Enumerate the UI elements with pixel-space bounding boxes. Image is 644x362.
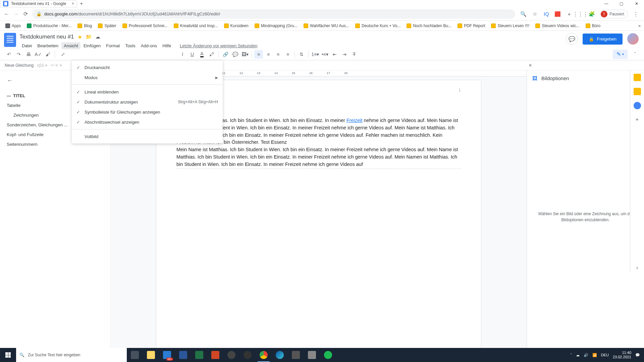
paragraph-2[interactable]: Mein Name ist Matthias. Ich bin Student … (176, 146, 461, 169)
align-center-button[interactable]: ≡ (264, 50, 273, 59)
outline-back-icon[interactable]: ← (7, 77, 13, 84)
tray-chevron-icon[interactable]: ˆ (571, 353, 572, 357)
minimize-button[interactable]: — (599, 0, 614, 7)
eq-symbols-1[interactable]: αβΔ ▾ (37, 63, 47, 68)
reload-button[interactable]: ⟳ (21, 9, 30, 19)
bookmark-star-icon[interactable]: ☆ (531, 10, 539, 18)
spellcheck-button[interactable]: A✓ (34, 50, 43, 59)
align-right-button[interactable]: ≡ (274, 50, 282, 59)
bookmark-item[interactable]: Wahlfächer WU Aus... (302, 22, 351, 29)
bookmark-item[interactable]: Kursideen (222, 22, 251, 29)
profile-button[interactable]: T Pausiert (600, 10, 628, 18)
bookmark-item[interactable]: Professionell Schrei... (120, 22, 170, 29)
insert-link-button[interactable]: 🔗 (221, 50, 230, 59)
menu-add-ons[interactable]: Add-ons (139, 42, 159, 49)
menu-einfügen[interactable]: Einfügen (81, 42, 103, 49)
extension-icon-1[interactable]: IQ (543, 10, 550, 18)
bookmark-item[interactable]: PDF Report (455, 22, 487, 29)
extension-icon-2[interactable]: 🟥 (554, 10, 561, 18)
extensions-puzzle-icon[interactable]: 🧩 (588, 10, 596, 18)
zoom-select[interactable]: ⤢ (57, 50, 69, 59)
tray-language[interactable]: DEU (601, 353, 609, 357)
extension-icon-4[interactable]: ⋮⋮⋮ (577, 10, 584, 18)
add-comment-button[interactable]: 💬 (231, 50, 239, 59)
maximize-button[interactable]: ▢ (614, 0, 629, 7)
bookmark-item[interactable]: Büro (584, 22, 602, 29)
line-spacing-button[interactable]: ⇅ (297, 50, 306, 59)
menu-mode[interactable]: Modus▶ (72, 72, 223, 82)
start-button[interactable] (0, 348, 16, 362)
highlight-button[interactable]: 🖍 (207, 50, 216, 59)
paint-format-button[interactable]: 🖌 (44, 50, 52, 59)
taskbar-obs[interactable] (239, 348, 256, 362)
forward-button[interactable]: → (11, 9, 21, 19)
insert-image-button[interactable]: 🖼▾ (240, 50, 249, 59)
bookmark-item[interactable]: Steuern Videos wic... (533, 22, 582, 29)
calendar-addon-icon[interactable] (634, 74, 641, 81)
taskbar-edge[interactable] (272, 348, 288, 362)
collapse-sidebar-icon[interactable]: › (634, 264, 641, 272)
task-view-button[interactable] (127, 348, 143, 362)
tray-onedrive-icon[interactable]: ☁ (576, 353, 580, 357)
url-input[interactable]: 🔒 docs.google.com/document/d/1hUH8k6h7Lb… (32, 9, 515, 19)
tray-wifi-icon[interactable]: 📶 (592, 353, 597, 357)
document-title[interactable]: Textdokument neu #1 (19, 34, 74, 40)
bookmark-item[interactable]: Blog (75, 22, 94, 29)
print-button[interactable]: 🖶 (24, 50, 33, 59)
italic-button[interactable]: I (178, 50, 187, 59)
menu-datei[interactable]: Datei (19, 42, 34, 49)
menu-format[interactable]: Format (104, 42, 122, 49)
collapse-toolbar-button[interactable]: ˆ (631, 50, 639, 59)
taskbar-app-3[interactable] (304, 348, 320, 362)
taskbar-powerpoint[interactable] (207, 348, 223, 362)
menu-hilfe[interactable]: Hilfe (160, 42, 173, 49)
back-button[interactable]: ← (2, 9, 11, 19)
taskbar-chrome[interactable] (256, 348, 272, 362)
eq-symbols-2[interactable]: ×÷∓ ▾ (51, 63, 62, 68)
bookmark-item[interactable]: Apps (3, 22, 23, 29)
taskbar-excel[interactable] (191, 348, 207, 362)
add-addon-icon[interactable]: + (634, 116, 641, 123)
close-equation-bar-icon[interactable]: ✕ (529, 63, 532, 68)
star-icon[interactable]: ★ (77, 34, 82, 40)
clear-format-button[interactable]: T (350, 50, 359, 59)
new-equation-button[interactable]: Neue Gleichung (5, 63, 34, 68)
taskbar-explorer[interactable] (143, 348, 159, 362)
comments-button[interactable]: 💬 (566, 33, 578, 45)
keep-addon-icon[interactable] (634, 88, 641, 95)
taskbar-edge-legacy[interactable]: 99+ (159, 348, 175, 362)
menu-bearbeiten[interactable]: Bearbeiten (35, 42, 61, 49)
editing-mode-button[interactable]: ✎ ▾ (613, 50, 628, 59)
browser-tab[interactable]: Textdokument neu #1 - Google × (0, 0, 77, 7)
align-left-button[interactable]: ≡ (254, 50, 263, 59)
last-change-link[interactable]: Letzte Änderung vor wenigen Sekunden (177, 42, 260, 49)
zoom-icon[interactable]: 🔍 (520, 10, 527, 18)
bookmark-item[interactable]: Mindmapping (Gru... (253, 22, 300, 29)
undo-button[interactable]: ↶ (5, 50, 13, 59)
menu-show-ruler[interactable]: ✓Lineal einblenden (72, 87, 223, 97)
cloud-status-icon[interactable]: ☁ (95, 34, 100, 40)
menu-show-outline[interactable]: ✓Dokumentstruktur anzeigenStrg+Alt+A Str… (72, 97, 223, 107)
taskbar-word[interactable] (175, 348, 191, 362)
tray-notifications-icon[interactable]: 💬 (635, 353, 640, 357)
bookmark-item[interactable]: Steuern Lesen !!!! (489, 22, 531, 29)
taskbar-spotify[interactable] (320, 348, 336, 362)
menu-show-equation-toolbar[interactable]: ✓Symbolleiste für Gleichungen anzeigen (72, 107, 223, 117)
tasks-addon-icon[interactable] (634, 102, 641, 109)
extension-icon-3[interactable]: ● (566, 10, 573, 18)
tray-volume-icon[interactable]: 🔊 (584, 353, 588, 357)
bookmark-item[interactable]: Produktsuche - Mer... (25, 22, 73, 29)
bookmark-item[interactable]: Später (96, 22, 118, 29)
numbered-list-button[interactable]: 1≡▾ (311, 50, 320, 59)
close-window-button[interactable]: ✕ (629, 0, 644, 7)
docs-logo-icon[interactable] (4, 33, 16, 47)
taskbar-search[interactable]: 🔍 Zur Suche Text hier eingeben (16, 348, 127, 362)
bookmark-item[interactable]: Noch hochladen Bu... (405, 22, 453, 29)
text-color-button[interactable]: A (198, 50, 206, 59)
new-tab-button[interactable]: + (80, 1, 83, 7)
bookmarks-overflow-icon[interactable]: » (638, 23, 641, 28)
menu-fullscreen[interactable]: Vollbild (72, 131, 223, 141)
menu-tools[interactable]: Tools (123, 42, 138, 49)
menu-ansicht[interactable]: Ansicht (61, 42, 80, 49)
menu-show-section-breaks[interactable]: ✓Abschnittswechsel anzeigen (72, 117, 223, 127)
